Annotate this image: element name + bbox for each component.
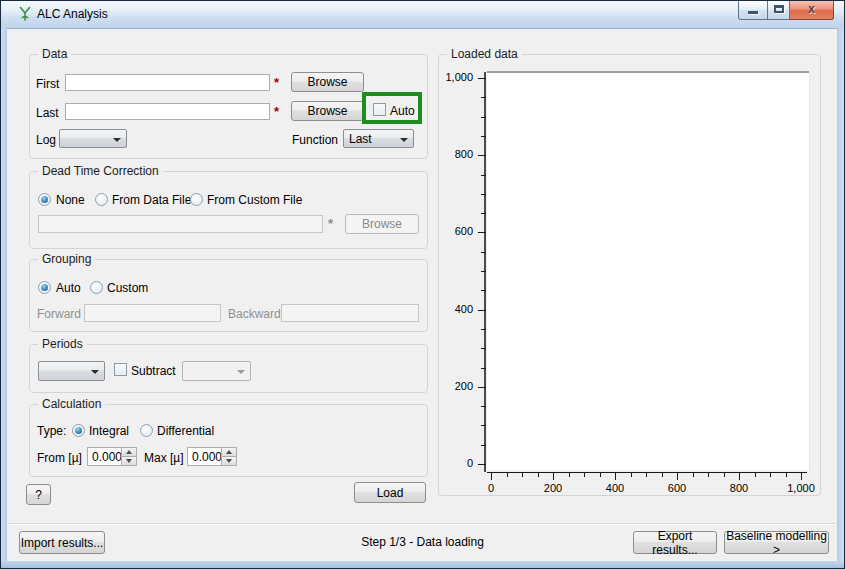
calculation-group: Calculation: [29, 404, 428, 477]
subtract-period-combobox: [182, 361, 251, 381]
function-combobox[interactable]: Last: [343, 129, 414, 148]
help-button[interactable]: ?: [26, 484, 51, 505]
x-axis-line: [487, 472, 807, 473]
window-title: ALC Analysis: [37, 7, 108, 21]
forward-input: [84, 304, 221, 322]
from-spinbox-value: 0.000: [92, 450, 122, 464]
arrow-down-icon: [126, 459, 132, 463]
differential-radio[interactable]: [140, 424, 153, 437]
window-border-right: [837, 28, 844, 568]
deadtime-browse-button: Browse: [345, 214, 419, 234]
function-label: Function: [292, 133, 338, 147]
last-browse-button[interactable]: Browse: [291, 101, 364, 121]
integral-radio-label: Integral: [89, 424, 129, 438]
first-input[interactable]: [65, 74, 270, 91]
max-spinbox-value: 0.000: [192, 450, 222, 464]
baseline-modelling-button[interactable]: Baseline modelling >: [724, 531, 829, 554]
function-combobox-value: Last: [349, 132, 372, 146]
close-button[interactable]: x: [790, 1, 834, 20]
deadtime-group-title: Dead Time Correction: [38, 164, 163, 178]
none-radio[interactable]: [38, 193, 51, 206]
arrow-down-icon: [226, 459, 232, 463]
titlebar[interactable]: ALC Analysis: [1, 1, 844, 29]
auto-checkbox-label: Auto: [390, 104, 415, 118]
arrow-up-icon: [126, 450, 132, 454]
window-border-left: [1, 28, 7, 568]
subtract-checkbox-label: Subtract: [131, 364, 176, 378]
chevron-down-icon: [91, 370, 99, 374]
maximize-icon: [774, 5, 784, 13]
loaded-data-group-title: Loaded data: [447, 47, 522, 61]
deadtime-file-input: [38, 215, 323, 233]
period-combobox[interactable]: [38, 361, 105, 381]
type-label: Type:: [37, 424, 66, 438]
from-spin-up-button[interactable]: [122, 448, 136, 456]
integral-radio[interactable]: [72, 424, 85, 437]
maximize-button[interactable]: [768, 1, 790, 20]
grouping-custom-radio-label: Custom: [107, 281, 148, 295]
periods-group-title: Periods: [38, 337, 87, 351]
log-label: Log: [36, 133, 56, 147]
from-spin-down-button[interactable]: [122, 456, 136, 465]
max-label: Max [µ]: [144, 451, 184, 465]
log-combobox[interactable]: [59, 129, 127, 148]
y-axis-line: [484, 72, 486, 472]
grouping-group-title: Grouping: [38, 252, 95, 266]
last-required-marker: *: [274, 104, 279, 119]
export-results-button[interactable]: Export results...: [633, 531, 717, 554]
none-radio-label: None: [56, 193, 85, 207]
from-spinbox[interactable]: 0.000: [87, 447, 137, 466]
app-icon: [17, 6, 33, 22]
max-spin-down-button[interactable]: [222, 456, 236, 465]
footer-separator: [7, 523, 837, 524]
window-border-bottom: [1, 561, 844, 568]
from-data-file-radio-label: From Data File: [112, 193, 191, 207]
minimize-button[interactable]: [738, 1, 768, 20]
status-text: Step 1/3 - Data loading: [1, 535, 844, 549]
auto-checkbox[interactable]: [373, 103, 386, 116]
deadtime-required-marker: *: [328, 216, 333, 231]
grouping-custom-radio[interactable]: [90, 281, 103, 294]
last-input[interactable]: [65, 103, 270, 120]
alc-analysis-window: ALC Analysis x Data First * Browse Last …: [0, 0, 845, 569]
from-custom-file-radio[interactable]: [190, 193, 203, 206]
load-button[interactable]: Load: [354, 482, 426, 503]
from-custom-file-radio-label: From Custom File: [207, 193, 302, 207]
plot-area: [487, 73, 810, 470]
data-group-title: Data: [38, 47, 71, 61]
deadtime-group: Dead Time Correction: [29, 171, 428, 249]
first-label: First: [36, 77, 59, 91]
from-label: From [µ]: [37, 451, 82, 465]
differential-radio-label: Differential: [157, 424, 214, 438]
forward-label: Forward: [37, 307, 81, 321]
grouping-auto-radio[interactable]: [38, 281, 51, 294]
minimize-icon: [748, 11, 758, 14]
close-icon: x: [790, 2, 833, 16]
arrow-up-icon: [226, 450, 232, 454]
backward-label: Backward: [228, 307, 281, 321]
chevron-down-icon: [113, 138, 121, 142]
subtract-checkbox[interactable]: [114, 363, 127, 376]
max-spinbox[interactable]: 0.000: [187, 447, 237, 466]
window-controls: x: [738, 1, 834, 21]
first-required-marker: *: [274, 75, 279, 90]
max-spin-up-button[interactable]: [222, 448, 236, 456]
first-browse-button[interactable]: Browse: [291, 72, 364, 92]
last-label: Last: [36, 106, 59, 120]
calculation-group-title: Calculation: [38, 397, 105, 411]
chevron-down-icon: [400, 138, 408, 142]
grouping-auto-radio-label: Auto: [56, 281, 81, 295]
chevron-down-icon: [237, 370, 245, 374]
backward-input: [281, 304, 419, 322]
from-data-file-radio[interactable]: [95, 193, 108, 206]
